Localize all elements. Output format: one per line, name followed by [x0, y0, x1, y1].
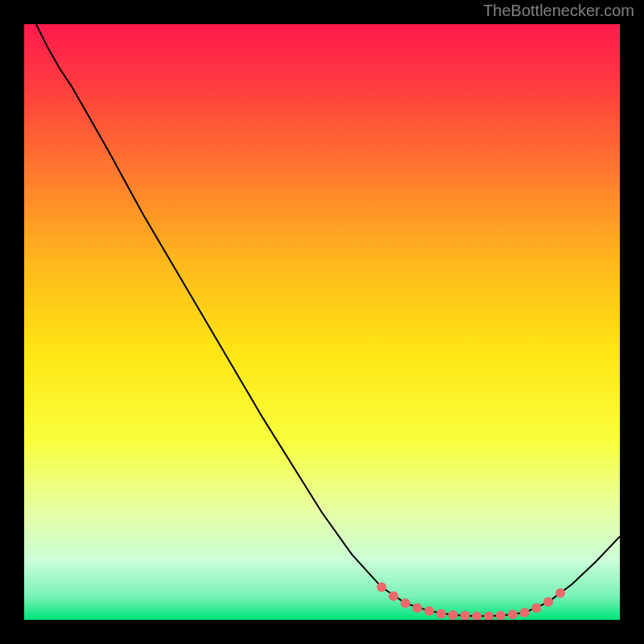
data-marker	[555, 588, 565, 598]
data-marker	[436, 609, 446, 619]
chart-svg	[24, 24, 620, 620]
data-marker	[448, 610, 458, 620]
data-marker	[401, 598, 411, 608]
data-marker	[389, 591, 398, 601]
data-marker	[531, 603, 541, 613]
gradient-background	[24, 24, 620, 620]
data-marker	[520, 608, 530, 617]
data-marker	[543, 597, 553, 607]
data-marker	[377, 582, 386, 592]
chart-container: TheBottlenecker.com	[0, 0, 644, 644]
data-marker	[424, 606, 434, 616]
data-marker	[508, 609, 518, 619]
plot-area	[24, 24, 620, 620]
data-marker	[412, 603, 422, 613]
watermark-text: TheBottlenecker.com	[483, 2, 634, 20]
